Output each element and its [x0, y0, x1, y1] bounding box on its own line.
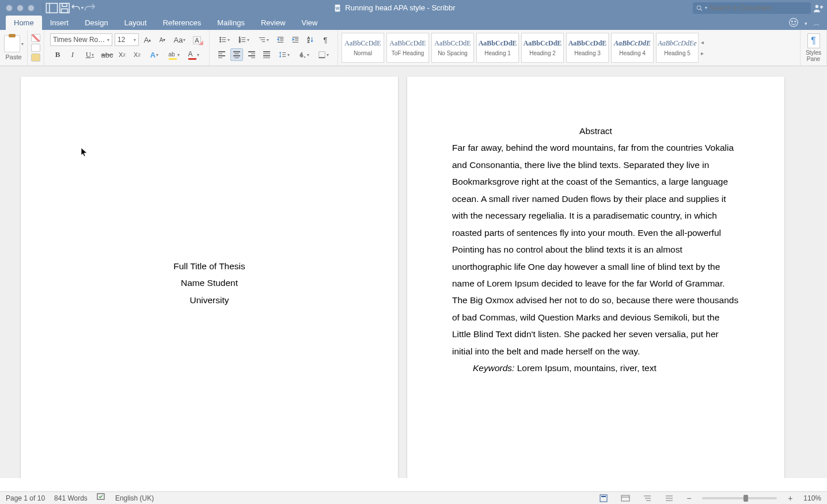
- tab-insert[interactable]: Insert: [42, 16, 77, 30]
- zoom-slider[interactable]: [702, 497, 777, 499]
- borders-button[interactable]: ▾: [314, 48, 332, 61]
- window-title-text: Running head APA style - Scribbr: [345, 3, 455, 12]
- underline-button[interactable]: U▾: [81, 48, 98, 61]
- draft-view-icon[interactable]: [663, 494, 676, 503]
- style-heading-5[interactable]: AaBbCcDdEeHeading 5: [656, 33, 699, 63]
- superscript-button[interactable]: X2: [131, 48, 143, 61]
- save-icon[interactable]: [58, 2, 71, 14]
- abstract-heading: Abstract: [452, 123, 739, 139]
- status-words[interactable]: 841 Words: [54, 494, 88, 502]
- style-name: Heading 2: [529, 50, 556, 56]
- style-name: Heading 4: [619, 50, 646, 56]
- style-heading-4[interactable]: AaBbCcDdEHeading 4: [611, 33, 654, 63]
- minimize-window[interactable]: [17, 5, 24, 12]
- highlight-button[interactable]: ab▾: [165, 48, 183, 61]
- clear-formatting-button[interactable]: A◢: [191, 33, 203, 46]
- align-justify-button[interactable]: [260, 48, 273, 61]
- feedback-icon[interactable]: [788, 17, 799, 30]
- tab-layout[interactable]: Layout: [116, 16, 155, 30]
- tab-view[interactable]: View: [294, 16, 326, 30]
- cut-icon[interactable]: [31, 34, 40, 42]
- styles-pane-label: Styles Pane: [805, 49, 822, 62]
- text-effects-button[interactable]: A▾: [146, 48, 163, 61]
- collapse-ribbon-icon[interactable]: ︿: [813, 19, 820, 29]
- styles-scroll[interactable]: ◂▸: [701, 39, 709, 56]
- status-page[interactable]: Page 1 of 10: [6, 494, 45, 502]
- style-heading-2[interactable]: AaBbCcDdEHeading 2: [521, 33, 564, 63]
- print-layout-view-icon[interactable]: [597, 494, 610, 503]
- tab-design[interactable]: Design: [77, 16, 116, 30]
- style-preview: AaBbCcDdE: [523, 39, 562, 48]
- tab-review[interactable]: Review: [253, 16, 294, 30]
- align-center-button[interactable]: [230, 48, 243, 61]
- font-size-combo[interactable]: 12▾: [115, 33, 139, 46]
- bullets-button[interactable]: ▾: [215, 33, 233, 46]
- bold-button[interactable]: B: [51, 48, 64, 61]
- keywords-label: Keywords:: [473, 363, 514, 373]
- page-1[interactable]: Full Title of Thesis Name Student Univer…: [21, 77, 398, 478]
- document-area[interactable]: Full Title of Thesis Name Student Univer…: [0, 66, 827, 478]
- svg-text:Z: Z: [308, 39, 310, 43]
- align-right-button[interactable]: [245, 48, 258, 61]
- page-2[interactable]: Abstract Far far away, behind the word m…: [407, 77, 784, 478]
- tab-home[interactable]: Home: [6, 16, 42, 30]
- increase-indent-button[interactable]: [289, 33, 302, 46]
- style-preview: AaBbCcDdE: [614, 39, 651, 48]
- outline-view-icon[interactable]: [641, 494, 654, 503]
- layout-icon[interactable]: [45, 2, 58, 14]
- zoom-out-button[interactable]: −: [685, 494, 693, 503]
- title-line-1: Full Title of Thesis: [66, 258, 353, 274]
- strikethrough-button[interactable]: abc: [101, 48, 113, 61]
- window-title: W Running head APA style - Scribbr: [96, 3, 693, 12]
- keywords-line: Keywords: Lorem Ipsum, mountains, river,…: [452, 360, 739, 376]
- style-preview: AaBbCcDdE: [434, 39, 471, 48]
- svg-point-15: [219, 39, 221, 40]
- zoom-in-button[interactable]: +: [786, 494, 794, 503]
- grow-font-button[interactable]: A▴: [141, 33, 154, 46]
- keywords-text: Lorem Ipsum, mountains, river, text: [514, 363, 656, 373]
- spellcheck-icon[interactable]: [97, 493, 106, 503]
- paragraph-group: ▾ 123▾ ▾ AZ ¶ ▾ ▾ ▾: [210, 30, 338, 66]
- subscript-button[interactable]: X2: [116, 48, 128, 61]
- style-name: Heading 1: [484, 50, 511, 56]
- style-normal[interactable]: AaBbCcDdENormal: [342, 33, 384, 63]
- zoom-level[interactable]: 110%: [803, 494, 821, 502]
- multilevel-list-button[interactable]: ▾: [255, 33, 272, 46]
- undo-icon[interactable]: ▾: [71, 2, 84, 14]
- svg-point-7: [697, 6, 701, 10]
- share-icon[interactable]: [811, 3, 827, 13]
- status-language[interactable]: English (UK): [115, 494, 154, 502]
- shrink-font-button[interactable]: A▾: [156, 33, 169, 46]
- numbering-button[interactable]: 123▾: [235, 33, 252, 46]
- paste-button[interactable]: [4, 35, 20, 52]
- svg-point-12: [795, 21, 796, 22]
- tab-mailings[interactable]: Mailings: [209, 16, 253, 30]
- format-painter-icon[interactable]: [31, 54, 40, 62]
- redo-icon[interactable]: [84, 2, 96, 14]
- tab-references[interactable]: References: [155, 16, 209, 30]
- search-input[interactable]: [710, 4, 807, 12]
- search-box[interactable]: ▾: [693, 2, 811, 14]
- style-name: ToF Heading: [392, 50, 424, 56]
- font-color-button[interactable]: A▾: [185, 48, 202, 61]
- italic-button[interactable]: I: [66, 48, 79, 61]
- line-spacing-button[interactable]: ▾: [275, 48, 293, 61]
- shading-button[interactable]: ▾: [295, 48, 312, 61]
- align-left-button[interactable]: [215, 48, 228, 61]
- style-heading-1[interactable]: AaBbCcDdEHeading 1: [476, 33, 519, 63]
- show-marks-button[interactable]: ¶: [319, 33, 332, 46]
- change-case-button[interactable]: Aa▾: [171, 33, 188, 46]
- sort-button[interactable]: AZ: [304, 33, 317, 46]
- styles-pane-button[interactable]: ¶: [807, 33, 820, 48]
- copy-icon[interactable]: [31, 44, 40, 52]
- style-no-spacing[interactable]: AaBbCcDdENo Spacing: [431, 33, 474, 63]
- style-heading-3[interactable]: AaBbCcDdEHeading 3: [566, 33, 609, 63]
- close-window[interactable]: [6, 5, 13, 12]
- style-tof-heading[interactable]: AaBbCcDdEToF Heading: [386, 33, 429, 63]
- title-line-3: University: [66, 292, 353, 308]
- decrease-indent-button[interactable]: [274, 33, 287, 46]
- svg-rect-4: [62, 9, 68, 13]
- font-name-combo[interactable]: Times New Ro…▾: [50, 33, 112, 46]
- zoom-window[interactable]: [28, 5, 35, 12]
- web-layout-view-icon[interactable]: [619, 494, 632, 503]
